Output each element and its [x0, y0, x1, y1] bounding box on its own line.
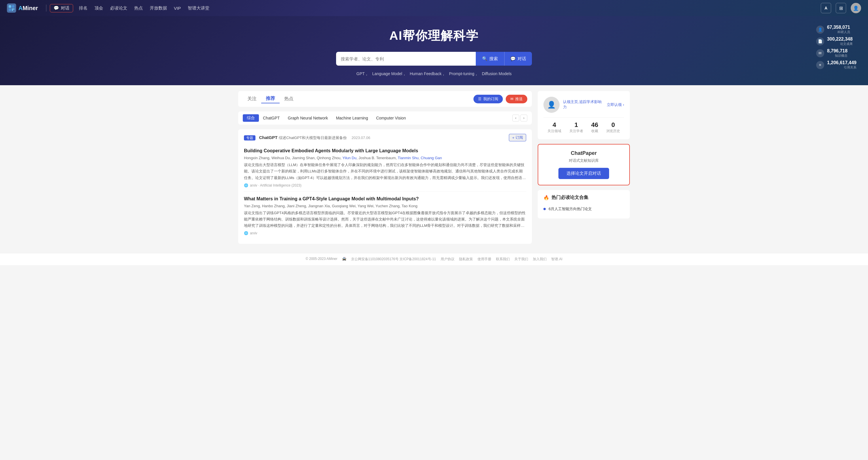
logo-text: AMiner [19, 5, 38, 11]
footer-icp: 京公网安备11010802035176号 京ICP备20011824号-11 [351, 257, 436, 262]
claim-desc: 认领主页,追踪学术影响力 [563, 99, 603, 110]
main-content: 关注 推荐 热点 ☰ 我的订阅 ✉ 推送 综合 ChatGPT Graph Ne… [232, 85, 636, 253]
grid-icon: ⊞ [839, 5, 843, 11]
footer-privacy[interactable]: 隐私政策 [459, 257, 473, 262]
user-avatar: 👤 [544, 97, 560, 113]
stat-researcher-num: 67,358,071 [827, 25, 850, 30]
paper-authors-2: Yan Zeng, Hanbo Zhang, Jiani Zheng, Jian… [244, 204, 526, 208]
section-badge: 专题 [244, 135, 255, 140]
claim-link-text: 认领主页,追踪学术影响力 [563, 99, 603, 110]
hot-paper-item-1[interactable]: 6月人工智能方向热门论文 [544, 204, 624, 214]
chat-button[interactable]: 💬 对话 [504, 52, 532, 66]
tab-hot[interactable]: 热点 [280, 95, 298, 103]
footer-manual[interactable]: 使用手册 [477, 257, 491, 262]
search-input[interactable] [336, 52, 476, 66]
tag-lm[interactable]: Language Model， [372, 71, 406, 76]
stat-researchers: 👤 67,358,071 科研人员 [816, 25, 857, 34]
plain-authors-1b: Joshua B. Tenenbaum, [359, 156, 398, 160]
hot-papers-label: 热门必读论文合集 [552, 195, 588, 201]
chat-icon: 💬 [510, 56, 516, 61]
header-right: A ⊞ 👤 [821, 3, 861, 13]
tag-gpt[interactable]: GPT， [356, 71, 369, 76]
user-stat-follow-field: 4 关注领域 [548, 121, 561, 134]
footer: © 2005-2023 AMiner 🚔 京公网安备11010802035176… [0, 253, 868, 265]
paper-item-2: What Matters in Training a GPT4-Style La… [244, 192, 526, 239]
tag-pt[interactable]: Prompt-tuning， [449, 71, 478, 76]
dialog-label: 对话 [61, 5, 69, 11]
stat-citation-num: 1,206,617,449 [827, 60, 857, 65]
nav-hotspot[interactable]: 热点 [131, 4, 146, 12]
user-stat-history: 0 浏览历史 [606, 121, 620, 134]
subtab-chatgpt[interactable]: ChatGPT [259, 114, 284, 122]
hot-paper-label-1: 6月人工智能方向热门论文 [549, 206, 592, 211]
highlight-author-1-0[interactable]: Yilun Du [342, 156, 356, 160]
footer-about[interactable]: 关于我们 [514, 257, 528, 262]
footer-contact[interactable]: 联系我们 [496, 257, 510, 262]
stat-researcher-label: 科研人员 [827, 30, 850, 34]
paper-source-2: arxiv [250, 231, 257, 235]
subscribe-btn[interactable]: ☰ 我的订阅 [473, 95, 503, 103]
subtab-prev[interactable]: ‹ [512, 114, 519, 122]
globe-icon-2: 🌐 [244, 231, 248, 235]
article-section-chatgpt: 专题 ChatGPT 综述ChatGPT和大模型每日最新进展备份 2023.07… [238, 129, 532, 244]
stat-follow-scholar-label: 关注学者 [569, 129, 583, 134]
grid-btn[interactable]: ⊞ [836, 3, 846, 13]
nav-dialog[interactable]: 💬 对话 [50, 4, 73, 12]
translate-icon: A [825, 6, 827, 10]
subtab-next[interactable]: › [520, 114, 527, 122]
push-btn[interactable]: ✉ 推送 [506, 95, 527, 103]
footer-user-agreement[interactable]: 用户协议 [441, 257, 455, 262]
paper-source-1: arxiv · Artificial Intelligence (2023) [250, 184, 302, 187]
stat-follow-scholar-num: 1 [569, 121, 583, 129]
subtab-gnn[interactable]: Graph Neural Network [284, 114, 332, 122]
search-button[interactable]: 🔍 搜索 [476, 52, 504, 66]
subtab-cv[interactable]: Computer Vision [372, 114, 410, 122]
subtab-ml[interactable]: Machine Learning [332, 114, 372, 122]
section-title: ChatGPT [259, 135, 277, 140]
tab-actions: ☰ 我的订阅 ✉ 推送 [473, 95, 527, 103]
claim-now-btn[interactable]: 立即认领 › [607, 102, 624, 107]
tag-dm[interactable]: Diffusion Models [482, 71, 512, 76]
footer-copyright: © 2005-2023 AMiner [306, 257, 337, 262]
translate-btn[interactable]: A [821, 3, 831, 13]
left-panel: 关注 推荐 热点 ☰ 我的订阅 ✉ 推送 综合 ChatGPT Graph Ne… [238, 91, 532, 247]
user-avatar-btn[interactable]: 👤 [851, 3, 861, 13]
stat-concept-icon: ✉ [816, 49, 824, 57]
search-icon: 🔍 [482, 56, 488, 61]
nav-ranking[interactable]: 排名 [75, 4, 91, 12]
highlight-author-1-1[interactable]: Tianmin Shu [398, 156, 419, 160]
paper-meta-2: 🌐 arxiv [244, 231, 526, 235]
paper-title-1[interactable]: Building Cooperative Embodied Agents Mod… [244, 148, 526, 154]
nav-vip[interactable]: VIP [170, 5, 184, 12]
section-desc: 综述ChatGPT和大模型每日最新进展备份 [279, 136, 347, 140]
stat-concept-label: 知识概念 [827, 54, 847, 58]
tab-recommend[interactable]: 推荐 [261, 94, 280, 103]
hot-icon: 🔥 [544, 195, 549, 200]
tab-follow[interactable]: 关注 [243, 95, 261, 103]
chatpaper-open-btn[interactable]: 选择论文开启对话 [558, 168, 609, 179]
highlight-author-1-2[interactable]: Chuang Gan [421, 156, 442, 160]
stat-paper-icon: 📄 [816, 37, 824, 45]
chatpaper-title: ChatPaper [544, 150, 623, 156]
avatar-icon: 👤 [547, 101, 556, 109]
stat-papers: 📄 300,222,348 论文成果 [816, 37, 857, 46]
footer-police-icon: 🚔 [342, 257, 346, 262]
search-bar: 🔍 搜索 💬 对话 [336, 52, 532, 66]
tag-hf[interactable]: Human Feedback， [410, 71, 446, 76]
nav-mustread[interactable]: 必读论文 [106, 4, 131, 12]
sub-tabs-row: 综合 ChatGPT Graph Neural Network Machine … [238, 111, 532, 125]
logo[interactable]: AMiner [7, 3, 38, 13]
stat-citations: ≡ 1,206,617,449 引用关系 [816, 60, 857, 70]
nav-topconf[interactable]: 顶会 [91, 4, 106, 12]
article-section-header: 专题 ChatGPT 综述ChatGPT和大模型每日最新进展备份 2023.07… [244, 134, 526, 141]
footer-zhipu[interactable]: 智谱.AI [551, 257, 562, 262]
section-subscribe-btn[interactable]: + 订阅 [509, 134, 526, 141]
nav-lecture[interactable]: 智谱大讲堂 [184, 4, 213, 12]
paper-title-2[interactable]: What Matters in Training a GPT4-Style La… [244, 196, 526, 202]
footer-join[interactable]: 加入我们 [533, 257, 547, 262]
hot-paper-dot-1 [544, 208, 546, 210]
plain-authors-1: Hongxin Zhang, Weihua Du, Jiaming Shan, … [244, 156, 342, 160]
subtab-arrows: ‹ › [512, 114, 527, 122]
nav-opendata[interactable]: 开放数据 [146, 4, 170, 12]
subtab-all[interactable]: 综合 [243, 114, 259, 122]
